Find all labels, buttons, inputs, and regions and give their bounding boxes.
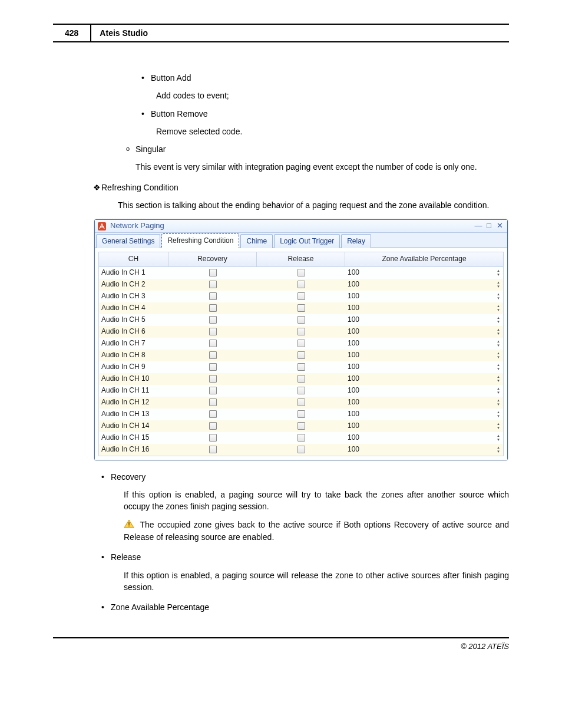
release-checkbox[interactable] [297,422,305,430]
zone-percentage-value[interactable]: 100 [345,374,495,384]
zone-percentage-value[interactable]: 100 [345,268,495,278]
spin-up-icon[interactable]: ▲ [495,375,502,379]
release-checkbox[interactable] [297,292,305,300]
zone-percentage-value[interactable]: 100 [345,433,495,443]
release-checkbox[interactable] [297,351,305,359]
recovery-checkbox[interactable] [209,328,217,335]
table-row: Audio In CH 14100▲▼ [99,420,503,432]
spin-down-icon[interactable]: ▼ [495,367,502,371]
tab-refreshing-condition[interactable]: Refreshing Condition [161,233,239,248]
spin-up-icon[interactable]: ▲ [495,316,502,320]
recovery-checkbox[interactable] [209,340,217,347]
release-checkbox[interactable] [297,269,305,276]
spin-up-icon[interactable]: ▲ [495,351,502,355]
spin-down-icon[interactable]: ▼ [495,403,502,407]
zone-percentage-value[interactable]: 100 [345,421,495,431]
spin-down-icon[interactable]: ▼ [495,320,502,324]
zone-percentage-value[interactable]: 100 [345,409,495,419]
recovery-checkbox[interactable] [209,434,217,442]
spin-up-icon[interactable]: ▲ [495,422,502,426]
release-checkbox[interactable] [297,281,305,288]
recovery-checkbox[interactable] [209,387,217,394]
spin-down-icon[interactable]: ▼ [495,426,502,430]
spin-down-icon[interactable]: ▼ [495,391,502,395]
spin-up-icon[interactable]: ▲ [495,292,502,297]
spin-up-icon[interactable]: ▲ [495,446,502,450]
zone-percentage-value[interactable]: 100 [345,397,495,407]
recovery-checkbox[interactable] [209,375,217,383]
recovery-checkbox[interactable] [209,281,217,288]
zone-percentage-value[interactable]: 100 [345,315,495,325]
spin-down-icon[interactable]: ▼ [495,450,502,454]
maximize-button[interactable]: □ [484,220,494,232]
tab-relay[interactable]: Relay [341,234,371,248]
recovery-checkbox[interactable] [209,398,217,406]
zone-percentage-value[interactable]: 100 [345,350,495,360]
release-checkbox[interactable] [297,304,305,312]
spin-up-icon[interactable]: ▲ [495,304,502,308]
spin-down-icon[interactable]: ▼ [495,344,502,348]
zone-percentage-value[interactable]: 100 [345,279,495,289]
zone-percentage-value[interactable]: 100 [345,291,495,301]
zone-percentage-value[interactable]: 100 [345,303,495,313]
release-checkbox[interactable] [297,316,305,324]
spin-up-icon[interactable]: ▲ [495,340,502,344]
spin-up-icon[interactable]: ▲ [495,434,502,438]
recovery-checkbox[interactable] [209,304,217,312]
zone-percentage-value[interactable]: 100 [345,327,495,337]
recovery-checkbox[interactable] [209,446,217,453]
spin-up-icon[interactable]: ▲ [495,387,502,391]
cell-recovery [168,350,257,361]
tab-general-settings[interactable]: General Settings [96,234,160,248]
spin-down-icon[interactable]: ▼ [495,285,502,289]
spin-down-icon[interactable]: ▼ [495,297,502,301]
recovery-checkbox[interactable] [209,292,217,300]
recovery-checkbox[interactable] [209,269,217,276]
column-header-recovery[interactable]: Recovery [168,252,257,266]
spin-up-icon[interactable]: ▲ [495,363,502,367]
spin-up-icon[interactable]: ▲ [495,269,502,273]
zone-percentage-value[interactable]: 100 [345,338,495,348]
zone-percentage-value[interactable]: 100 [345,362,495,372]
tab-logic-out-trigger[interactable]: Logic Out Trigger [274,234,340,248]
cell-channel: Audio In CH 6 [99,326,168,338]
close-button[interactable]: ✕ [494,220,505,232]
release-checkbox[interactable] [297,375,305,383]
cell-zone-percentage: 100▲▼ [345,338,503,350]
spin-up-icon[interactable]: ▲ [495,281,502,285]
release-checkbox[interactable] [297,387,305,394]
release-checkbox[interactable] [297,434,305,442]
spin-down-icon[interactable]: ▼ [495,355,502,360]
tab-chime[interactable]: Chime [240,234,273,248]
spin-down-icon[interactable]: ▼ [495,379,502,383]
recovery-checkbox[interactable] [209,351,217,359]
spin-up-icon[interactable]: ▲ [495,410,502,414]
release-checkbox[interactable] [297,340,305,347]
spin-down-icon[interactable]: ▼ [495,332,502,336]
column-header-ch[interactable]: CH [99,252,168,266]
release-checkbox[interactable] [297,363,305,371]
zone-percentage-value[interactable]: 100 [345,386,495,396]
recovery-checkbox[interactable] [209,363,217,371]
spin-down-icon[interactable]: ▼ [495,273,502,277]
zone-percentage-value[interactable]: 100 [345,444,495,454]
cell-channel: Audio In CH 11 [99,385,168,397]
column-header-zone[interactable]: Zone Available Percentage [345,252,503,266]
release-checkbox[interactable] [297,398,305,406]
column-header-release[interactable]: Release [257,252,345,266]
minimize-button[interactable]: — [473,220,484,232]
spin-up-icon[interactable]: ▲ [495,328,502,332]
grid-header: CH Recovery Release Zone Available Perce… [99,252,503,266]
spin-down-icon[interactable]: ▼ [495,414,502,419]
release-checkbox[interactable] [297,446,305,453]
refreshing-condition-desc: This section is talking about the ending… [118,199,509,211]
list-item: • Recovery [101,471,509,483]
recovery-checkbox[interactable] [209,410,217,418]
recovery-checkbox[interactable] [209,316,217,324]
recovery-checkbox[interactable] [209,422,217,430]
spin-up-icon[interactable]: ▲ [495,398,502,403]
spin-down-icon[interactable]: ▼ [495,438,502,442]
release-checkbox[interactable] [297,410,305,418]
spin-down-icon[interactable]: ▼ [495,308,502,312]
release-checkbox[interactable] [297,328,305,335]
